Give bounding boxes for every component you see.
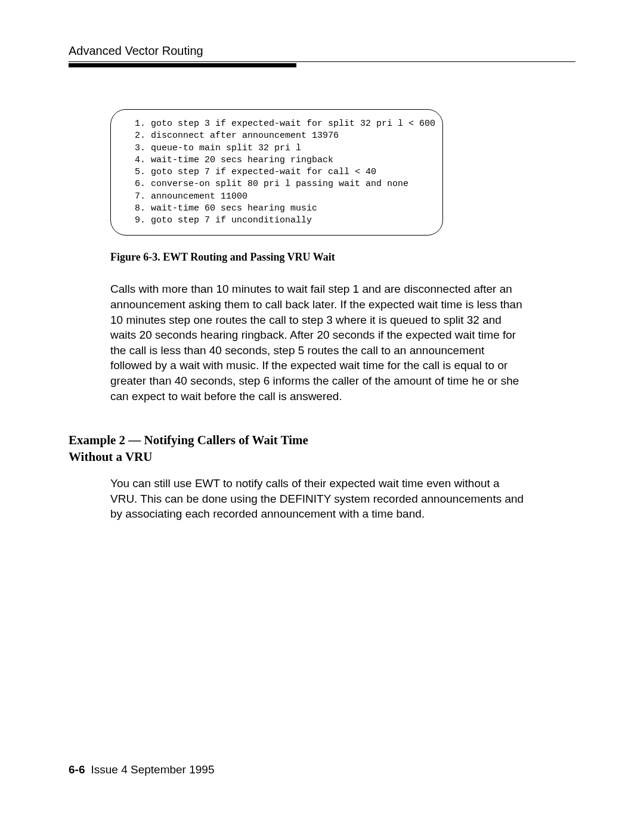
code-line: 1. goto step 3 if expected-wait for spli… bbox=[135, 119, 435, 129]
header-rule-thick bbox=[69, 63, 296, 67]
code-line: 7. announcement 11000 bbox=[135, 191, 247, 202]
code-line: 5. goto step 7 if expected-wait for call… bbox=[135, 167, 376, 177]
figure-caption: Figure 6-3. EWT Routing and Passing VRU … bbox=[110, 251, 575, 264]
header-rule-thin bbox=[69, 61, 575, 62]
page: Advanced Vector Routing 1. goto step 3 i… bbox=[0, 0, 644, 833]
code-line: 4. wait-time 20 secs hearing ringback bbox=[135, 155, 333, 165]
code-line: 2. disconnect after announcement 13976 bbox=[135, 131, 339, 141]
code-line: 6. converse-on split 80 pri l passing wa… bbox=[135, 179, 408, 189]
code-line: 3. queue-to main split 32 pri l bbox=[135, 143, 301, 153]
code-box-wrapper: 1. goto step 3 if expected-wait for spli… bbox=[110, 109, 443, 236]
running-header: Advanced Vector Routing bbox=[69, 44, 575, 58]
page-number: 6-6 bbox=[69, 763, 85, 776]
paragraph-2: You can still use EWT to notify calls of… bbox=[110, 476, 528, 522]
code-line: 8. wait-time 60 secs hearing music bbox=[135, 203, 317, 213]
code-line: 9. goto step 7 if unconditionally bbox=[135, 215, 312, 225]
section-heading: Example 2 — Notifying Callers of Wait Ti… bbox=[69, 432, 331, 465]
paragraph-1: Calls with more than 10 minutes to wait … bbox=[110, 281, 528, 404]
vector-code-box: 1. goto step 3 if expected-wait for spli… bbox=[110, 109, 443, 236]
page-footer: 6-6Issue 4 September 1995 bbox=[69, 763, 215, 776]
issue-text: Issue 4 September 1995 bbox=[91, 763, 214, 776]
